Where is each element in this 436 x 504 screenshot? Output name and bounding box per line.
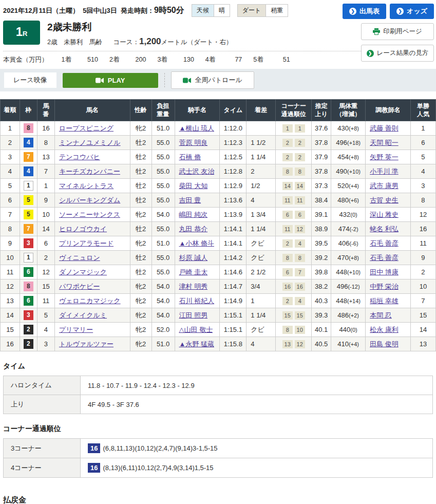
horse-link[interactable]: プリマリー bbox=[59, 326, 93, 333]
jockey-link[interactable]: 戸崎 圭太 bbox=[179, 268, 208, 276]
trainer-link[interactable]: 古賀 史生 bbox=[370, 196, 399, 204]
horse-link[interactable]: パワポケビー bbox=[59, 283, 100, 290]
track-value: 稍重 bbox=[266, 5, 288, 16]
prize-place: 3着 bbox=[157, 55, 167, 64]
win-popularity: 14 bbox=[410, 323, 435, 337]
win-popularity: 10 bbox=[410, 279, 435, 294]
jockey-link[interactable]: △山田 敬士 bbox=[179, 326, 213, 333]
horse-number: 13 bbox=[37, 150, 54, 164]
horse-link[interactable]: テンコウバヒ bbox=[59, 153, 100, 161]
course-label: コース： bbox=[113, 39, 139, 46]
jockey-link[interactable]: 丸田 恭介 bbox=[179, 225, 208, 233]
jockey-link[interactable]: ▲横山 琉人 bbox=[179, 124, 214, 132]
trainer-link[interactable]: 天間 昭一 bbox=[370, 139, 399, 146]
jockey-link[interactable]: 武士沢 友治 bbox=[179, 167, 215, 175]
finish-time: 1:12.5 bbox=[220, 150, 247, 164]
jockey-link[interactable]: 石川 裕紀人 bbox=[179, 297, 215, 305]
trainer-link[interactable]: 小手川 準 bbox=[370, 167, 399, 175]
jockey-link[interactable]: ▲小林 脩斗 bbox=[179, 239, 214, 247]
finish-time: 1:12.9 bbox=[220, 179, 247, 193]
frame-number: 7 bbox=[24, 152, 33, 162]
body-weight: 410 bbox=[337, 340, 349, 348]
jockey-link[interactable]: 菅原 明良 bbox=[179, 139, 208, 146]
body-weight: 470 bbox=[337, 254, 349, 262]
frame-number: 6 bbox=[24, 296, 33, 306]
horse-link[interactable]: ミンナノユメミノル bbox=[59, 139, 121, 146]
prize-label: 本賞金（万円） bbox=[3, 55, 48, 64]
trainer-link[interactable]: 武藤 善則 bbox=[370, 124, 399, 132]
trainer-link[interactable]: 石毛 善彦 bbox=[370, 239, 399, 247]
frame-number: 2 bbox=[24, 325, 33, 334]
time-table: ハロンタイム 11.8 - 10.7 - 11.9 - 12.4 - 12.3 … bbox=[3, 376, 433, 414]
trainer-link[interactable]: 深山 雅史 bbox=[370, 211, 399, 218]
horse-link[interactable]: トルヴァルツァー bbox=[59, 340, 113, 348]
track-condition-badge: ダート 稍重 bbox=[237, 4, 289, 17]
trainer-link[interactable]: 中野 栄治 bbox=[370, 283, 399, 290]
horse-link[interactable]: シルバーキングダム bbox=[59, 196, 120, 204]
trainer-link[interactable]: 石毛 善彦 bbox=[370, 254, 399, 262]
jockey-link[interactable]: 吉田 豊 bbox=[179, 196, 201, 204]
trainer-link[interactable]: 松永 康利 bbox=[370, 326, 399, 333]
result-row: 1 8 16 ロープスピニング 牝2 51.0 ▲横山 琉人 1:12.0 11… bbox=[1, 121, 436, 136]
corner4-order: (8,13)(6,11)10,12(2,7)4,9(3,14)1,5-15 bbox=[103, 464, 213, 472]
corner3-label: 3コーナー bbox=[4, 439, 81, 458]
trainer-link[interactable]: 蛯名 利弘 bbox=[370, 225, 399, 233]
print-page-button[interactable]: 印刷用ページ bbox=[361, 23, 434, 40]
trainer-link[interactable]: 田中 博康 bbox=[370, 268, 399, 276]
result-row: 9 3 6 プリンアラモード 牝2 51.0 ▲小林 脩斗 1:14.1 クビ … bbox=[1, 236, 436, 251]
col-horse-name: 馬名 bbox=[54, 100, 130, 121]
body-weight: 490 bbox=[336, 167, 347, 175]
horse-link[interactable]: キーチズカンパニー bbox=[59, 167, 120, 175]
corner-3-pos: 8 bbox=[282, 254, 293, 262]
entries-button[interactable]: 出馬表 bbox=[343, 4, 386, 19]
horse-link[interactable]: ダイメイクルミ bbox=[59, 311, 107, 319]
odds-button[interactable]: オッズ bbox=[390, 4, 434, 19]
horse-link[interactable]: ヴィニュロン bbox=[59, 254, 100, 262]
horse-number: 5 bbox=[37, 308, 54, 323]
win-popularity: 4 bbox=[410, 164, 435, 179]
finish-position: 7 bbox=[1, 208, 20, 222]
horse-link[interactable]: ダノンマジック bbox=[59, 268, 107, 276]
margin: 1 1/4 bbox=[247, 222, 276, 236]
trainer-link[interactable]: 矢野 英一 bbox=[370, 153, 399, 161]
corner-4-pos: 2 bbox=[295, 139, 305, 147]
corner3-row: 3コーナー 16(6,8,11,13)(10,12)(2,4,7)(9,14)3… bbox=[4, 439, 433, 458]
jockey-link[interactable]: 柴田 大知 bbox=[179, 182, 208, 190]
jockey-link[interactable]: ▲永野 猛蔵 bbox=[179, 340, 214, 348]
trainer-link[interactable]: 武市 康男 bbox=[370, 182, 399, 190]
trainer-link[interactable]: 本間 忍 bbox=[370, 311, 392, 319]
horse-link[interactable]: ヴェロニカマジック bbox=[59, 297, 121, 305]
carried-weight: 51.0 bbox=[151, 236, 175, 251]
jockey-link[interactable]: 嶋田 純次 bbox=[179, 211, 208, 218]
carried-weight: 55.0 bbox=[151, 265, 175, 279]
jockey-link[interactable]: 杉原 誠人 bbox=[179, 254, 208, 262]
carried-weight: 54.0 bbox=[151, 294, 175, 308]
col-horse-number: 馬 番 bbox=[37, 100, 54, 121]
finish-position: 3 bbox=[1, 150, 20, 164]
trainer-link[interactable]: 田島 俊明 bbox=[370, 340, 399, 348]
finish-time: 1:15.1 bbox=[220, 308, 247, 323]
frame-number: 3 bbox=[24, 238, 33, 248]
video-camera-icon bbox=[96, 78, 104, 83]
col-sex-age: 性齢 bbox=[130, 100, 151, 121]
play-button[interactable]: PLAY bbox=[63, 73, 158, 88]
jockey-link[interactable]: 江田 照男 bbox=[179, 311, 208, 319]
sex-age: 牡2 bbox=[130, 179, 151, 193]
corner-3-pos: 2 bbox=[282, 239, 293, 248]
trainer-link[interactable]: 稲垣 幸雄 bbox=[370, 297, 399, 305]
carried-weight: 54.0 bbox=[151, 279, 175, 294]
margin: 4 bbox=[247, 337, 276, 351]
finish-time: 1:13.9 bbox=[220, 208, 247, 222]
horse-link[interactable]: プリンアラモード bbox=[59, 239, 113, 247]
result-guide-button[interactable]: レース結果の見方 bbox=[361, 45, 434, 62]
last-3f: 37.6 bbox=[312, 121, 331, 136]
odds-button-label: オッズ bbox=[407, 7, 427, 16]
horse-link[interactable]: マイネルシトラス bbox=[59, 182, 113, 190]
patrol-video-button[interactable]: 全周パトロール bbox=[171, 71, 254, 89]
horse-link[interactable]: ヒロノゴウカイ bbox=[59, 225, 107, 233]
horse-link[interactable]: ソーメニーサンクス bbox=[59, 211, 120, 218]
horse-link[interactable]: ロープスピニング bbox=[59, 124, 113, 132]
jockey-link[interactable]: 石橋 脩 bbox=[179, 153, 201, 161]
jockey-link[interactable]: 津村 明秀 bbox=[179, 283, 208, 290]
result-row: 12 8 15 パワポケビー 牝2 54.0 津村 明秀 1:14.7 3/4 … bbox=[1, 279, 436, 294]
